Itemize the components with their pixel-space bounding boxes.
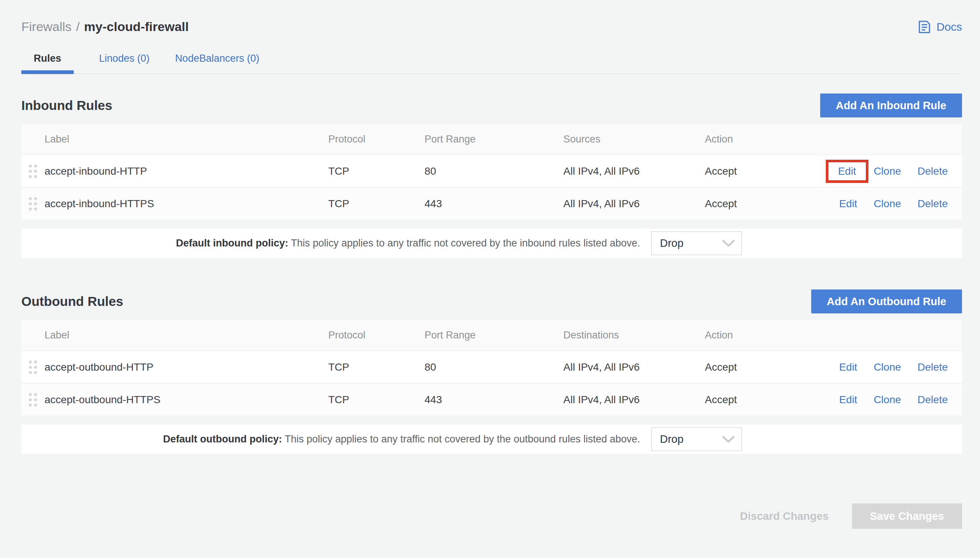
column-header-action: Action — [705, 330, 786, 341]
clone-link[interactable]: Clone — [874, 198, 901, 210]
rule-protocol: TCP — [328, 361, 425, 373]
add-inbound-rule-button[interactable]: Add An Inbound Rule — [820, 94, 962, 117]
rule-action: Accept — [705, 361, 786, 373]
rule-action: Accept — [705, 165, 786, 177]
rule-sources: All IPv4, All IPv6 — [563, 198, 705, 210]
drag-handle-cell — [21, 361, 44, 374]
discard-changes-button[interactable]: Discard Changes — [740, 510, 829, 522]
rule-port-range: 80 — [425, 165, 563, 177]
delete-link[interactable]: Delete — [917, 165, 948, 177]
delete-link[interactable]: Delete — [917, 394, 948, 406]
rule-protocol: TCP — [328, 394, 425, 406]
default-outbound-policy-select[interactable]: Drop — [651, 427, 742, 451]
tab-linodes[interactable]: Linodes (0) — [99, 53, 150, 73]
docs-icon — [917, 20, 931, 34]
chevron-down-icon — [722, 436, 735, 443]
tab-nodebalancers[interactable]: NodeBalancers (0) — [175, 53, 259, 73]
breadcrumb: Firewalls / my-cloud-firewall — [21, 20, 189, 34]
rule-label: accept-outbound-HTTPS — [44, 394, 328, 406]
firewall-detail-page: Firewalls / my-cloud-firewall Docs Rules… — [0, 0, 980, 558]
inbound-rules-table: Label Protocol Port Range Sources Action… — [21, 124, 962, 220]
outbound-rule-row-https: accept-outbound-HTTPS TCP 443 All IPv4, … — [21, 383, 962, 415]
default-inbound-policy-value: Drop — [660, 237, 684, 249]
default-outbound-policy-description: This policy applies to any traffic not c… — [285, 433, 640, 445]
rule-sources: All IPv4, All IPv6 — [563, 165, 705, 177]
breadcrumb-current-firewall: my-cloud-firewall — [84, 20, 189, 34]
column-header-port-range: Port Range — [425, 133, 563, 145]
column-header-protocol: Protocol — [328, 330, 425, 341]
edit-link-highlighted[interactable]: Edit — [826, 160, 868, 183]
drag-handle-cell — [21, 164, 44, 178]
column-header-protocol: Protocol — [328, 133, 425, 145]
inbound-table-header: Label Protocol Port Range Sources Action — [21, 124, 962, 154]
default-outbound-policy-value: Drop — [660, 433, 684, 445]
drag-handle-cell — [21, 393, 44, 407]
save-changes-button[interactable]: Save Changes — [852, 504, 962, 529]
chevron-down-icon — [722, 240, 735, 247]
footer-actions: Discard Changes Save Changes — [21, 504, 962, 529]
column-header-action: Action — [705, 133, 786, 145]
edit-link[interactable]: Edit — [839, 198, 857, 210]
top-bar: Firewalls / my-cloud-firewall Docs — [21, 0, 962, 34]
outbound-rules-table: Label Protocol Port Range Destinations A… — [21, 320, 962, 415]
rule-port-range: 443 — [425, 394, 563, 406]
drag-handle-icon[interactable] — [29, 361, 37, 374]
delete-link[interactable]: Delete — [917, 361, 948, 373]
inbound-rule-row-http: accept-inbound-HTTP TCP 80 All IPv4, All… — [21, 154, 962, 187]
default-outbound-policy-label: Default outbound policy: — [163, 433, 282, 445]
clone-link[interactable]: Clone — [874, 361, 901, 373]
rule-label: accept-inbound-HTTP — [44, 165, 328, 177]
rule-actions: Edit Clone Delete — [786, 394, 962, 406]
drag-handle-icon[interactable] — [29, 164, 37, 178]
drag-handle-icon[interactable] — [29, 197, 37, 210]
rule-protocol: TCP — [328, 165, 425, 177]
rule-action: Accept — [705, 394, 786, 406]
outbound-title: Outbound Rules — [21, 294, 123, 309]
clone-link[interactable]: Clone — [874, 165, 901, 177]
drag-handle-icon[interactable] — [29, 393, 37, 407]
rule-actions: Edit Clone Delete — [786, 198, 962, 210]
default-inbound-policy-select[interactable]: Drop — [651, 231, 742, 255]
column-header-sources: Sources — [563, 133, 705, 145]
rule-actions: Edit Clone Delete — [786, 361, 962, 373]
outbound-section-header: Outbound Rules Add An Outbound Rule — [21, 289, 962, 313]
rule-action: Accept — [705, 198, 786, 210]
clone-link[interactable]: Clone — [874, 394, 901, 406]
column-header-label: Label — [44, 330, 328, 341]
edit-link[interactable]: Edit — [839, 394, 857, 406]
breadcrumb-separator: / — [76, 20, 79, 34]
docs-label: Docs — [937, 21, 962, 33]
default-inbound-policy-text: Default inbound policy: This policy appl… — [21, 238, 640, 249]
rule-label: accept-outbound-HTTP — [44, 361, 328, 373]
rule-label: accept-inbound-HTTPS — [44, 198, 328, 210]
rule-port-range: 443 — [425, 198, 563, 210]
edit-link[interactable]: Edit — [839, 361, 857, 373]
breadcrumb-firewalls-link[interactable]: Firewalls — [21, 20, 71, 34]
inbound-rule-row-https: accept-inbound-HTTPS TCP 443 All IPv4, A… — [21, 187, 962, 220]
default-inbound-policy-description: This policy applies to any traffic not c… — [291, 238, 640, 249]
default-inbound-policy-bar: Default inbound policy: This policy appl… — [21, 228, 962, 258]
default-inbound-policy-label: Default inbound policy: — [176, 238, 288, 249]
default-outbound-policy-bar: Default outbound policy: This policy app… — [21, 425, 962, 454]
rule-actions: Edit Clone Delete — [786, 165, 962, 177]
rule-port-range: 80 — [425, 361, 563, 373]
rule-protocol: TCP — [328, 198, 425, 210]
drag-handle-cell — [21, 197, 44, 210]
inbound-title: Inbound Rules — [21, 98, 112, 113]
column-header-destinations: Destinations — [563, 330, 705, 341]
inbound-section-header: Inbound Rules Add An Inbound Rule — [21, 94, 962, 117]
rule-destinations: All IPv4, All IPv6 — [563, 361, 705, 373]
rule-destinations: All IPv4, All IPv6 — [563, 394, 705, 406]
delete-link[interactable]: Delete — [917, 198, 948, 210]
add-outbound-rule-button[interactable]: Add An Outbound Rule — [811, 289, 962, 313]
column-header-label: Label — [44, 133, 328, 145]
column-header-port-range: Port Range — [425, 330, 563, 341]
docs-link[interactable]: Docs — [917, 20, 962, 34]
default-outbound-policy-text: Default outbound policy: This policy app… — [21, 433, 640, 445]
tab-rules[interactable]: Rules — [21, 53, 74, 73]
outbound-rule-row-http: accept-outbound-HTTP TCP 80 All IPv4, Al… — [21, 350, 962, 383]
tab-bar: Rules Linodes (0) NodeBalancers (0) — [21, 53, 962, 74]
outbound-table-header: Label Protocol Port Range Destinations A… — [21, 320, 962, 350]
